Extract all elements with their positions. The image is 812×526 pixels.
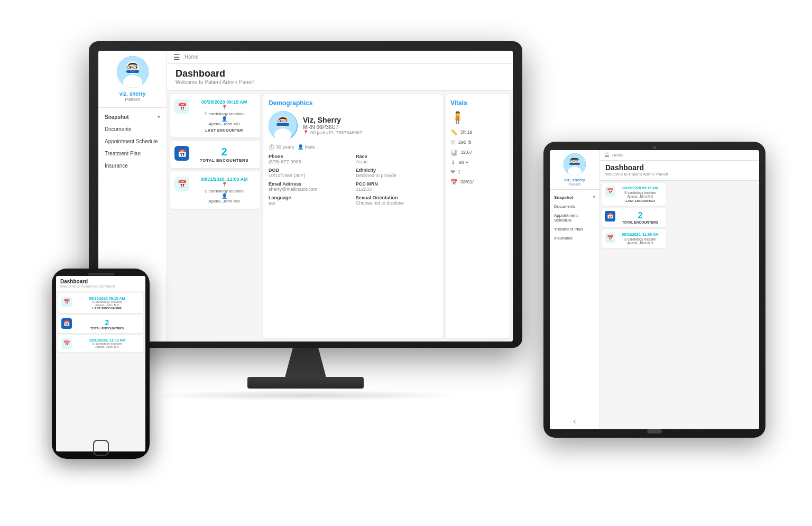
monitor: viz, sherry Patient Snapshot ▾ Documents… xyxy=(89,41,522,401)
tablet-page-title: Dashboard xyxy=(605,163,754,172)
phone-header: Dashboard Welcome to Patient Admin Panel… xyxy=(56,276,145,291)
demographics-location: 📍 00 jacks FL 7687646567 xyxy=(303,130,362,135)
demographics-tags: 🕐 30 years 👤 Male xyxy=(269,144,438,150)
next-encounter-card: 📅 08/31/2020, 11:00 AM 📍 S cardiology lo… xyxy=(170,171,260,209)
tablet-screen: viz, sherry Patient Snapshot ▾ Documents… xyxy=(550,150,759,429)
age-icon: 🕐 xyxy=(269,144,274,150)
vital-temp: 🌡 98 F xyxy=(450,159,505,165)
tablet-sidebar-insurance[interactable]: Insurance xyxy=(550,234,599,243)
tablet-body: 📅 08/26/2020 09:15 AM S cardiology locat… xyxy=(600,181,759,429)
sidebar-item-appointment[interactable]: Appointment Schedule xyxy=(98,135,167,147)
vital-weight: ⚖ 290 lb xyxy=(450,139,505,146)
monitor-stand-base xyxy=(247,377,364,389)
tablet-enc-doc-3: Aperio, John MD xyxy=(617,241,663,245)
tablet-breadcrumb: Home xyxy=(612,153,623,158)
tablet-enc-loc-1: S cardiology location xyxy=(617,191,663,195)
demo-field-ethnicity: Ethnicity Declined to provide xyxy=(356,168,438,178)
phone-body: 📅 08/26/2020 09:15 AM S cardiology locat… xyxy=(56,291,145,451)
demographics-patient-row: Viz, Sherry MRN 66P36U7 📍 00 jacks FL 76… xyxy=(269,111,438,140)
phone-enc-date-3: 08/31/2020, 11:00 AM xyxy=(74,338,140,342)
vital-pulse: ❤ 1 xyxy=(450,169,505,176)
phone-enc-content-3: 08/31/2020, 11:00 AM S cardiology locati… xyxy=(74,338,140,348)
encounter-doctor: Aperio, John MD xyxy=(192,122,256,126)
monitor-main: ☰ Home Dashboard Welcome to Patient Admi… xyxy=(167,51,513,342)
tablet-camera xyxy=(653,146,656,149)
tablet-chevron-icon: ▾ xyxy=(593,195,595,199)
phone-enc-icon-1: 📅 xyxy=(61,297,72,307)
phone-enc-icon-2: 📅 xyxy=(61,318,72,329)
tablet-enc-doc-1: Aperio, John MD xyxy=(617,195,663,198)
phone-subtitle: Welcome to Patient Admin Panel! xyxy=(60,284,141,288)
sidebar-snapshot-label: Snapshot xyxy=(105,114,129,120)
total-encounters-card: 📅 2 TOTAL ENCOUNTERS xyxy=(170,141,260,168)
phone-total-encounters: 📅 2 TOTAL ENCOUNTERS xyxy=(58,315,143,333)
demo-field-race: Race Asian xyxy=(356,154,438,164)
tablet-enc-icon-1: 📅 xyxy=(605,186,615,197)
monitor-screen: viz, sherry Patient Snapshot ▾ Documents… xyxy=(98,51,513,342)
sidebar-item-snapshot[interactable]: Snapshot ▾ xyxy=(98,111,167,123)
tablet-sidebar-appointment[interactable]: Appointment Schedule xyxy=(550,211,599,225)
tablet-enc-loc-3: S cardiology location xyxy=(617,237,663,241)
svg-point-7 xyxy=(129,66,131,68)
tablet-main: ☰ Home Dashboard Welcome to Patient Admi… xyxy=(600,150,759,429)
sidebar-item-treatment[interactable]: Treatment Plan xyxy=(98,147,167,160)
vitals-title: Vitals xyxy=(450,99,505,107)
phone-speaker xyxy=(88,273,114,275)
chevron-down-icon: ▾ xyxy=(158,114,160,119)
demo-field-language: Language aar xyxy=(269,195,350,206)
tablet-sidebar-snapshot[interactable]: Snapshot ▾ xyxy=(550,193,599,202)
sidebar-item-insurance[interactable]: Insurance xyxy=(98,160,167,172)
sidebar-item-documents[interactable]: Documents xyxy=(98,123,167,135)
age-tag: 🕐 30 years xyxy=(269,144,294,150)
demo-field-pcc: PCC MRN 112233 xyxy=(356,181,438,192)
tablet-sidebar-documents[interactable]: Documents xyxy=(550,202,599,211)
total-encounters-count: 2 xyxy=(192,146,256,158)
tablet-header: Dashboard Welcome to Patient Admin Panel… xyxy=(600,161,759,181)
encounter-location: S cardiology location xyxy=(192,112,256,116)
phone-enc-content-2: 2 TOTAL ENCOUNTERS xyxy=(74,318,140,330)
demo-field-email: Email Address sherry@mailinator.com xyxy=(269,181,350,192)
demographics-grid: Phone (678) 677-9908 Race Asian DOB 10/1… xyxy=(269,154,438,206)
tablet-page-subtitle: Welcome to Patient Admin Panel! xyxy=(605,172,754,177)
tablet-hamburger-icon[interactable]: ☰ xyxy=(604,152,610,159)
tablet-sidebar: viz, sherry Patient Snapshot ▾ Documents… xyxy=(550,150,600,429)
tablet-avatar xyxy=(564,153,586,176)
height-icon: 📏 xyxy=(450,129,458,136)
svg-point-17 xyxy=(280,120,281,121)
phone-home-button[interactable] xyxy=(93,440,109,456)
phone-enc-content-1: 08/26/2020 09:15 AM S cardiology locatio… xyxy=(74,297,140,310)
vitals-panel: Vitals 🧍 📏 5ft 19 ⚖ 290 lb 📊 xyxy=(446,94,510,338)
next-encounter-date: 08/31/2020, 11:00 AM xyxy=(192,177,256,182)
next-encounter-details: 08/31/2020, 11:00 AM 📍 S cardiology loca… xyxy=(192,177,256,204)
tablet-userrole: Patient xyxy=(569,182,580,186)
tablet-enc-label-1: LAST ENCOUNTER xyxy=(617,199,663,202)
sidebar-appointment-label: Appointment Schedule xyxy=(105,139,158,144)
tablet-enc-total-label: TOTAL ENCOUNTERS xyxy=(617,220,663,224)
body-person-icon: 🧍 xyxy=(450,111,505,125)
tablet-home-button[interactable] xyxy=(647,429,662,433)
next-encounter-doctor: Aperio, John MD xyxy=(192,199,256,204)
demo-field-phone: Phone (678) 677-9908 xyxy=(269,154,350,164)
hamburger-icon[interactable]: ☰ xyxy=(173,53,180,61)
tablet-collapse-icon[interactable]: ‹ xyxy=(570,413,579,429)
tablet-enc-count: 2 xyxy=(617,211,663,220)
pulse-icon: ❤ xyxy=(450,169,455,176)
tablet-sidebar-treatment[interactable]: Treatment Plan xyxy=(550,225,599,234)
phone-enc-total-label: TOTAL ENCOUNTERS xyxy=(74,327,140,330)
encounter-date: 08/26/2020 09:15 AM xyxy=(192,99,256,105)
phone-screen: Dashboard Welcome to Patient Admin Panel… xyxy=(56,276,145,451)
sidebar-documents-label: Documents xyxy=(105,126,132,132)
gender-tag: 👤 Male xyxy=(298,144,316,150)
breadcrumb: Home xyxy=(184,54,199,60)
page-title: Dashboard xyxy=(176,68,504,79)
tablet-enc-content-2: 2 TOTAL ENCOUNTERS xyxy=(617,211,663,224)
phone-title: Dashboard xyxy=(60,279,141,284)
encounters-column: 📅 08/26/2020 09:15 AM 📍 S cardiology loc… xyxy=(170,94,260,338)
tablet-enc-date-3: 08/31/2020, 11:00 AM xyxy=(617,233,663,236)
topbar: ☰ Home xyxy=(167,51,513,64)
gender-icon: 👤 xyxy=(298,144,303,150)
tablet-username: viz, sherry xyxy=(564,178,585,182)
tablet-enc-icon-3: 📅 xyxy=(605,233,615,243)
phone-next-encounter: 📅 08/31/2020, 11:00 AM S cardiology loca… xyxy=(58,335,143,352)
demographics-mrn: MRN 66P36U7 xyxy=(303,124,362,130)
